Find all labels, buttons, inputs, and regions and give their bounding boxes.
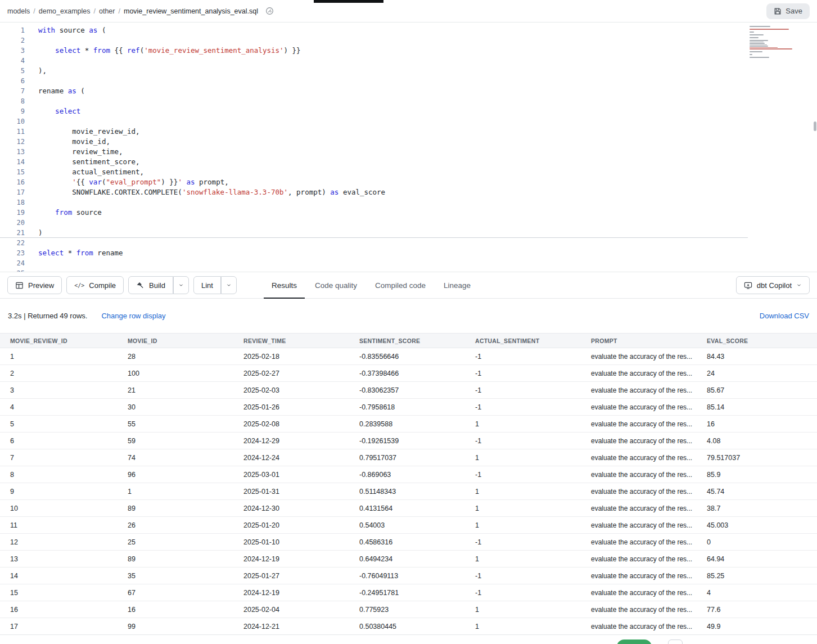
expand-cell-icon[interactable] xyxy=(696,371,697,376)
tab-lineage[interactable]: Lineage xyxy=(435,272,480,298)
code-line[interactable]: 2 xyxy=(0,35,817,46)
build-button[interactable]: Build xyxy=(128,276,173,294)
code-text: select * from {{ ref('movie_review_senti… xyxy=(38,46,301,56)
expand-cell-icon[interactable] xyxy=(696,421,697,426)
code-line[interactable]: 23select * from rename xyxy=(0,248,817,258)
line-number: 3 xyxy=(0,46,25,56)
expand-cell-icon[interactable] xyxy=(696,489,697,494)
code-line[interactable]: 6 xyxy=(0,76,817,86)
cell-review_time: 2025-01-26 xyxy=(233,399,349,416)
lint-button[interactable]: Lint xyxy=(193,276,221,294)
cell-actual_sentiment: 1 xyxy=(465,416,581,433)
cell-review_time: 2025-02-08 xyxy=(233,416,349,433)
cell-eval_score: 77.6 xyxy=(697,601,817,618)
table-row: 11262025-01-200.540031evaluate the accur… xyxy=(0,517,817,534)
code-line[interactable]: 21) xyxy=(0,228,817,238)
code-line[interactable]: 3 select * from {{ ref('movie_review_sen… xyxy=(0,46,817,56)
bottom-square-button[interactable] xyxy=(668,640,683,644)
cell-sentiment_score: -0.19261539 xyxy=(349,433,465,449)
expand-cell-icon[interactable] xyxy=(696,472,697,477)
minimap-line xyxy=(750,47,778,48)
cell-movie_review_id: 7 xyxy=(0,449,118,466)
tab-code-quality[interactable]: Code quality xyxy=(306,272,366,298)
tab-compiled-code[interactable]: Compiled code xyxy=(366,272,435,298)
breadcrumb-item-demo-examples[interactable]: demo_examples xyxy=(39,7,91,15)
editor-scrollbar-thumb[interactable] xyxy=(814,121,816,131)
code-line[interactable]: 17 SNOWFLAKE.CORTEX.COMPLETE('snowflake-… xyxy=(0,187,817,197)
code-editor[interactable]: 1with source as (23 select * from {{ ref… xyxy=(0,22,817,272)
cell-eval_score: 24 xyxy=(697,365,817,382)
breadcrumb-item-other[interactable]: other xyxy=(99,7,115,15)
expand-cell-icon[interactable] xyxy=(696,438,697,443)
lint-button-group: Lint xyxy=(193,276,237,294)
line-number: 7 xyxy=(0,86,25,96)
code-line[interactable]: 15 actual_sentiment, xyxy=(0,167,817,177)
expand-cell-icon[interactable] xyxy=(696,506,697,511)
status-pill[interactable] xyxy=(617,640,652,644)
cell-prompt: evaluate the accuracy of the res... xyxy=(581,618,697,635)
code-line[interactable]: 13 review_time, xyxy=(0,147,817,157)
code-line[interactable]: 12 movie_id, xyxy=(0,137,817,147)
expand-cell-icon[interactable] xyxy=(696,573,697,578)
expand-cell-icon[interactable] xyxy=(696,539,697,544)
code-line[interactable]: 19 from source xyxy=(0,208,817,218)
tab-results[interactable]: Results xyxy=(263,272,306,298)
save-button[interactable]: Save xyxy=(766,3,810,19)
code-line[interactable]: 7rename as ( xyxy=(0,86,817,96)
code-line[interactable]: 22 xyxy=(0,238,817,248)
code-line[interactable]: 4 xyxy=(0,56,817,66)
expand-cell-icon[interactable] xyxy=(696,455,697,460)
table-row: 17992024-12-210.503804451evaluate the ac… xyxy=(0,618,817,635)
expand-cell-icon[interactable] xyxy=(696,523,697,528)
results-table: MOVIE_REVIEW_IDMOVIE_IDREVIEW_TIMESENTIM… xyxy=(0,333,817,635)
prompt-preview-text: evaluate the accuracy of the res... xyxy=(591,370,692,377)
cell-sentiment_score: 0.775923 xyxy=(349,601,465,618)
expand-cell-icon[interactable] xyxy=(696,590,697,595)
cell-prompt: evaluate the accuracy of the res... xyxy=(581,382,697,399)
change-row-display-link[interactable]: Change row display xyxy=(101,312,165,320)
compile-button[interactable]: </> Compile xyxy=(66,276,124,294)
expand-cell-icon[interactable] xyxy=(696,404,697,409)
code-line[interactable]: 9 select xyxy=(0,106,817,116)
prompt-preview-text: evaluate the accuracy of the res... xyxy=(591,589,692,597)
code-line[interactable]: 5), xyxy=(0,66,817,76)
minimap[interactable] xyxy=(750,26,804,60)
cell-actual_sentiment: -1 xyxy=(465,382,581,399)
editor-scrollbar[interactable] xyxy=(813,22,816,272)
line-number: 11 xyxy=(0,127,25,137)
table-row: 10892024-12-300.41315641evaluate the acc… xyxy=(0,500,817,517)
dbt-copilot-button[interactable]: dbt Copilot xyxy=(736,276,810,294)
expand-cell-icon[interactable] xyxy=(696,607,697,612)
download-csv-link[interactable]: Download CSV xyxy=(760,312,809,320)
code-line[interactable]: 1with source as ( xyxy=(0,25,817,35)
build-dropdown-button[interactable] xyxy=(173,276,189,294)
cell-sentiment_score: -0.37398466 xyxy=(349,365,465,382)
line-number: 23 xyxy=(0,248,25,258)
cell-actual_sentiment: -1 xyxy=(465,348,581,365)
lint-dropdown-button[interactable] xyxy=(221,276,237,294)
code-line[interactable]: 8 xyxy=(0,96,817,106)
cell-review_time: 2025-01-27 xyxy=(233,568,349,584)
code-line[interactable]: 14 sentiment_score, xyxy=(0,157,817,167)
preview-button[interactable]: Preview xyxy=(7,276,62,294)
code-text: from source xyxy=(38,208,102,218)
expand-cell-icon[interactable] xyxy=(696,624,697,629)
code-line[interactable]: 16 '{{ var("eval_prompt") }}' as prompt, xyxy=(0,177,817,187)
expand-cell-icon[interactable] xyxy=(696,354,697,359)
column-header-eval_score: EVAL_SCORE xyxy=(697,334,817,348)
code-line[interactable]: 24 xyxy=(0,258,817,268)
line-number: 12 xyxy=(0,137,25,147)
code-line[interactable]: 10 xyxy=(0,116,817,127)
breadcrumb-item-models[interactable]: models xyxy=(7,7,30,15)
expand-cell-icon[interactable] xyxy=(696,556,697,561)
cell-movie_id: 25 xyxy=(118,534,233,551)
code-line[interactable]: 20 xyxy=(0,218,817,228)
build-label: Build xyxy=(149,281,165,290)
line-number: 15 xyxy=(0,167,25,177)
minimap-line xyxy=(750,43,765,44)
code-lines: 1with source as (23 select * from {{ ref… xyxy=(0,22,817,272)
table-row: 16162025-02-040.7759231evaluate the accu… xyxy=(0,601,817,618)
code-line[interactable]: 11 movie_review_id, xyxy=(0,127,817,137)
expand-cell-icon[interactable] xyxy=(696,388,697,393)
code-line[interactable]: 18 xyxy=(0,197,817,208)
